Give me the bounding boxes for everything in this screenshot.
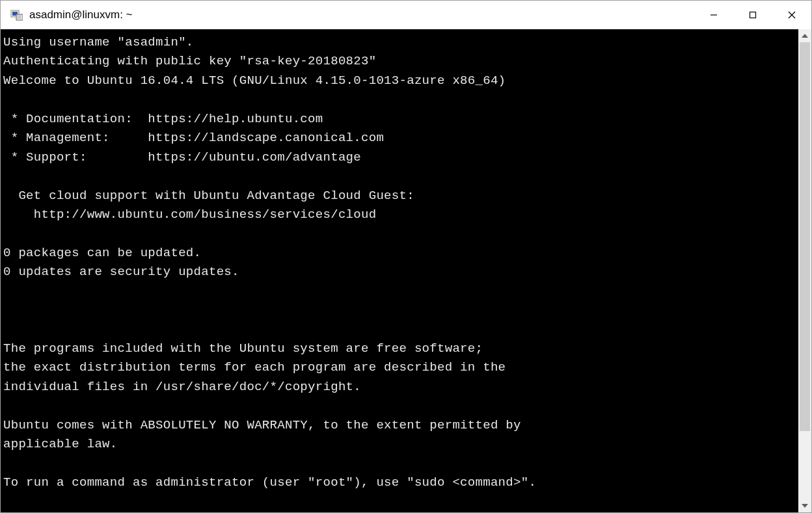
close-button[interactable]: [772, 1, 811, 29]
svg-rect-2: [16, 14, 23, 20]
scroll-track[interactable]: [798, 42, 811, 499]
scroll-thumb[interactable]: [800, 42, 810, 431]
window-title: asadmin@linuxvm: ~: [29, 8, 694, 21]
putty-window: asadmin@linuxvm: ~ Using username "asadm…: [0, 0, 812, 513]
maximize-button[interactable]: [733, 1, 772, 29]
svg-marker-11: [802, 504, 808, 508]
scroll-up-arrow[interactable]: [798, 29, 811, 42]
terminal-output[interactable]: Using username "asadmin". Authenticating…: [1, 29, 798, 512]
svg-rect-7: [750, 12, 756, 18]
minimize-button[interactable]: [694, 1, 733, 29]
title-bar[interactable]: asadmin@linuxvm: ~: [1, 1, 811, 29]
scrollbar[interactable]: [798, 29, 811, 512]
scroll-down-arrow[interactable]: [798, 499, 811, 512]
putty-icon: [10, 8, 23, 21]
svg-marker-10: [802, 34, 808, 38]
content-area: Using username "asadmin". Authenticating…: [1, 29, 811, 512]
window-controls: [694, 1, 811, 29]
